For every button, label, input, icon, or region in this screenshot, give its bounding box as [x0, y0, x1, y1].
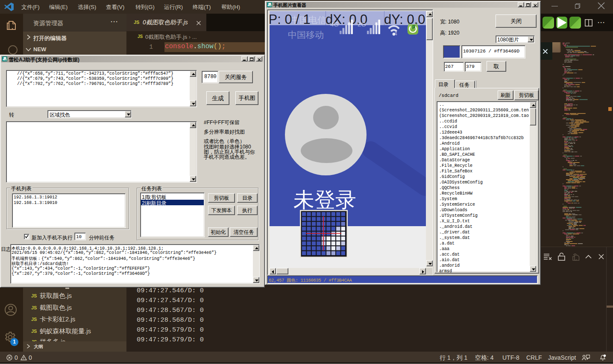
svg-text:4G: 4G — [330, 20, 339, 28]
svg-text:2G: 2G — [358, 20, 366, 28]
svg-text:4: 4 — [394, 31, 397, 36]
